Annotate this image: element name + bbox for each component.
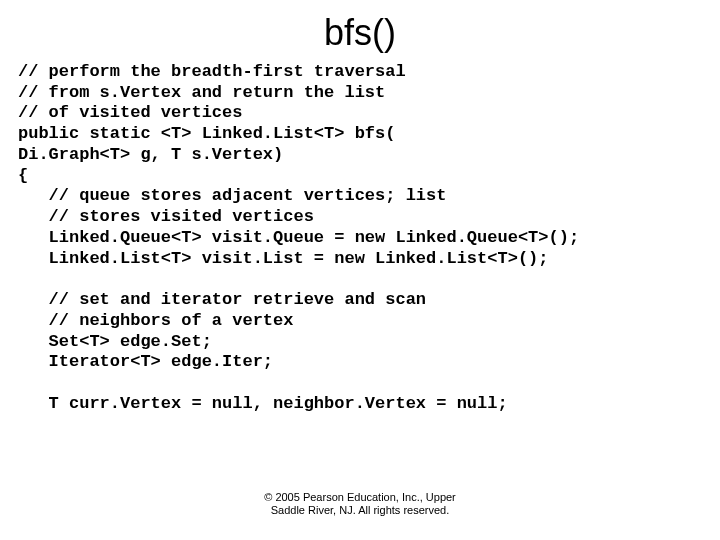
footer-line-1: © 2005 Pearson Education, Inc., Upper	[0, 491, 720, 505]
slide-title: bfs()	[0, 0, 720, 62]
copyright-footer: © 2005 Pearson Education, Inc., Upper Sa…	[0, 491, 720, 519]
footer-line-2: Saddle River, NJ. All rights reserved.	[0, 504, 720, 518]
slide: bfs() // perform the breadth-first trave…	[0, 0, 720, 540]
code-block: // perform the breadth-first traversal /…	[0, 62, 720, 414]
